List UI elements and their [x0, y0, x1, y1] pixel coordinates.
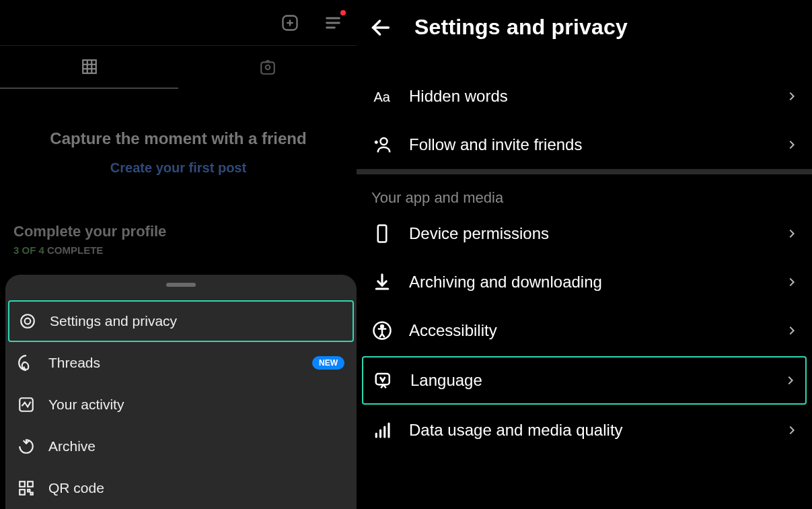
row-device-permissions[interactable]: Device permissions [357, 209, 812, 258]
row-label: Data usage and media quality [409, 421, 623, 440]
accessibility-icon [371, 320, 393, 341]
menu-icon[interactable] [322, 11, 344, 34]
menu-label: Archive [48, 438, 96, 454]
menu-label: Your activity [48, 397, 124, 413]
complete-profile-block: Complete your profile 3 OF 4 COMPLETE [0, 223, 357, 256]
svg-point-23 [381, 138, 387, 145]
profile-panel: Capture the moment with a friend Create … [0, 0, 357, 509]
cta-title: Capture the moment with a friend [13, 129, 343, 148]
svg-point-13 [21, 314, 34, 328]
create-first-post-link[interactable]: Create your first post [110, 160, 246, 176]
menu-your-activity[interactable]: Your activity [5, 384, 357, 426]
complete-profile-title: Complete your profile [13, 223, 343, 240]
hidden-words-icon: Aa [371, 86, 393, 107]
create-icon[interactable] [279, 11, 301, 34]
row-accessibility[interactable]: Accessibility [357, 306, 812, 355]
svg-point-12 [265, 65, 270, 70]
row-label: Device permissions [409, 224, 549, 243]
svg-text:Aa: Aa [374, 90, 391, 104]
svg-rect-6 [83, 60, 96, 73]
settings-panel: Settings and privacy Aa Hidden words Fol… [357, 0, 812, 509]
chevron-right-icon [786, 139, 797, 150]
sheet-grabber[interactable] [166, 283, 196, 287]
row-archiving[interactable]: Archiving and downloading [357, 258, 812, 306]
menu-settings-privacy[interactable]: Settings and privacy [8, 300, 354, 342]
row-hidden-words[interactable]: Aa Hidden words [357, 72, 812, 121]
row-label: Accessibility [409, 321, 497, 340]
row-follow-invite[interactable]: Follow and invite friends [357, 121, 812, 169]
svg-point-14 [25, 318, 31, 325]
row-label: Follow and invite friends [409, 135, 582, 154]
row-data-usage[interactable]: Data usage and media quality [357, 406, 812, 454]
menu-archive[interactable]: Archive [5, 426, 357, 467]
notification-dot-icon [340, 10, 346, 15]
svg-rect-11 [261, 62, 274, 73]
chevron-right-icon [786, 228, 797, 239]
svg-rect-17 [28, 481, 33, 487]
complete-word: COMPLETE [47, 244, 103, 256]
row-label: Hidden words [409, 87, 508, 106]
row-language[interactable]: Language [362, 356, 807, 405]
download-icon [371, 271, 393, 293]
complete-profile-sub: 3 OF 4 COMPLETE [13, 244, 343, 256]
svg-rect-18 [20, 489, 25, 495]
data-usage-icon [371, 419, 393, 441]
chevron-right-icon [786, 91, 797, 102]
chevron-right-icon [786, 277, 797, 287]
chevron-right-icon [786, 425, 797, 436]
row-label: Archiving and downloading [409, 273, 602, 292]
section-app-media: Your app and media [357, 174, 812, 209]
menu-label: QR code [48, 480, 104, 496]
page-title: Settings and privacy [414, 15, 628, 40]
complete-fraction: 3 OF 4 [13, 244, 44, 256]
add-friend-icon [371, 134, 393, 156]
new-badge: NEW [312, 356, 344, 370]
tab-grid[interactable] [0, 46, 178, 89]
back-icon[interactable] [369, 15, 393, 40]
svg-rect-19 [28, 489, 30, 491]
qr-icon [17, 479, 35, 497]
archive-icon [17, 438, 35, 455]
section-divider [357, 169, 812, 174]
bottom-sheet: Settings and privacy Threads NEW Your ac… [5, 275, 357, 509]
capture-cta: Capture the moment with a friend Create … [0, 89, 357, 176]
profile-top-bar [0, 0, 357, 46]
chevron-right-icon [786, 325, 797, 336]
menu-threads[interactable]: Threads NEW [5, 342, 357, 384]
threads-icon [17, 354, 35, 372]
activity-icon [17, 396, 35, 413]
row-label: Language [410, 371, 482, 390]
svg-rect-26 [378, 226, 387, 242]
svg-point-30 [381, 325, 383, 328]
svg-rect-16 [20, 481, 25, 487]
device-icon [371, 223, 393, 244]
chevron-right-icon [785, 375, 796, 386]
settings-header: Settings and privacy [357, 0, 812, 45]
profile-tabs [0, 46, 357, 89]
menu-qr-code[interactable]: QR code [5, 467, 357, 509]
gear-icon [19, 312, 36, 330]
tab-tagged[interactable] [178, 46, 357, 89]
language-icon [373, 370, 394, 391]
menu-label: Settings and privacy [50, 313, 177, 329]
svg-rect-20 [31, 493, 33, 495]
menu-label: Threads [48, 355, 100, 371]
